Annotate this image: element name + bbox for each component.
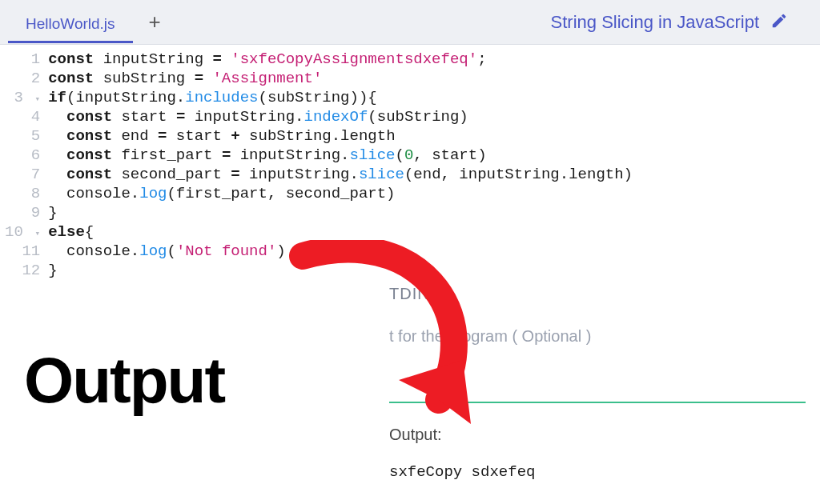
line-number: 11 xyxy=(5,242,40,261)
code-line[interactable]: const first_part = inputString.slice(0, … xyxy=(48,146,820,165)
line-number: 5 xyxy=(5,126,40,146)
code-line[interactable]: const start = inputString.indexOf(subStr… xyxy=(48,107,820,126)
stdin-label: TDIN xyxy=(389,285,820,303)
line-number: 10 ▾ xyxy=(5,222,40,242)
annotation-output-label: Output xyxy=(24,344,224,418)
code-editor[interactable]: 123 ▾45678910 ▾1112 const inputString = … xyxy=(0,45,820,280)
code-line[interactable]: const inputString = 'sxfeCopyAssignments… xyxy=(48,50,820,69)
output-divider xyxy=(389,402,806,403)
page-title: String Slicing in JavaScript xyxy=(551,12,770,33)
code-line[interactable]: if(inputString.includes(subString)){ xyxy=(48,88,820,107)
code-line[interactable]: else{ xyxy=(48,222,820,242)
code-line[interactable]: const subString = 'Assignment' xyxy=(48,69,820,88)
line-number: 9 xyxy=(5,203,40,222)
line-number: 1 xyxy=(5,50,40,69)
code-line[interactable]: console.log('Not found') xyxy=(48,242,820,261)
output-label: Output: xyxy=(389,426,820,444)
io-pane: TDIN t for the program ( Optional ) Outp… xyxy=(389,285,820,481)
add-tab-button[interactable]: + xyxy=(133,10,177,34)
stdin-placeholder[interactable]: t for the program ( Optional ) xyxy=(389,327,820,346)
fold-chevron-icon[interactable]: ▾ xyxy=(32,90,40,109)
edit-icon[interactable] xyxy=(770,12,788,33)
line-number: 7 xyxy=(5,165,40,184)
file-tab[interactable]: HelloWorld.js xyxy=(8,4,133,41)
line-number: 6 xyxy=(5,146,40,165)
header-bar: HelloWorld.js + String Slicing in JavaSc… xyxy=(0,0,820,45)
code-line[interactable]: console.log(first_part, second_part) xyxy=(48,184,820,203)
code-line[interactable]: const end = start + subString.length xyxy=(48,126,820,146)
code-line[interactable]: } xyxy=(48,261,820,280)
line-number: 4 xyxy=(5,107,40,126)
code-line[interactable]: } xyxy=(48,203,820,222)
line-gutter: 123 ▾45678910 ▾1112 xyxy=(0,50,48,280)
line-number: 8 xyxy=(5,184,40,203)
line-number: 3 ▾ xyxy=(5,88,40,107)
plus-icon: + xyxy=(149,10,161,34)
code-line[interactable]: const second_part = inputString.slice(en… xyxy=(48,165,820,184)
line-number: 12 xyxy=(5,261,40,280)
line-number: 2 xyxy=(5,69,40,88)
output-value: sxfeCopy sdxefeq xyxy=(389,463,820,481)
fold-chevron-icon[interactable]: ▾ xyxy=(32,224,40,243)
code-content[interactable]: const inputString = 'sxfeCopyAssignments… xyxy=(48,50,820,280)
